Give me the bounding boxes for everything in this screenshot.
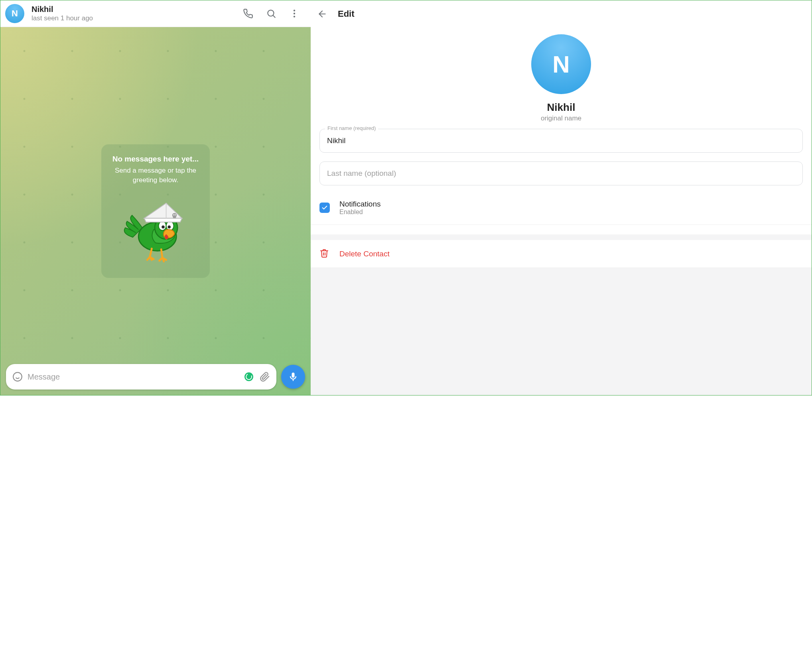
edit-contact-pane: Edit N Nikhil original name First name (…: [311, 0, 812, 395]
chat-header-status: last seen 1 hour ago: [32, 14, 242, 22]
chat-pane: N Nikhil last seen 1 hour ago No message…: [0, 0, 311, 395]
edit-header: Edit: [311, 0, 812, 27]
svg-point-9: [162, 226, 165, 229]
delete-contact-button[interactable]: Delete Contact: [311, 240, 812, 268]
svg-point-0: [268, 10, 274, 16]
placeholder-title: No messages here yet...: [109, 155, 202, 163]
last-name-input[interactable]: [319, 161, 803, 185]
notifications-checkbox[interactable]: [319, 203, 330, 213]
chat-header-titles[interactable]: Nikhil last seen 1 hour ago: [32, 5, 242, 22]
grammarly-icon[interactable]: [244, 372, 253, 381]
svg-point-3: [294, 13, 295, 14]
first-name-input[interactable]: [319, 129, 803, 153]
emoji-icon[interactable]: [12, 371, 24, 383]
last-name-field-wrap: [319, 161, 803, 185]
svg-point-10: [168, 226, 171, 229]
svg-rect-18: [293, 380, 294, 381]
search-icon[interactable]: [265, 8, 277, 20]
svg-line-1: [273, 16, 275, 18]
edit-display-name: Nikhil: [311, 101, 812, 114]
first-name-label: First name (required): [325, 125, 378, 131]
svg-rect-12: [173, 217, 176, 218]
edit-fields: First name (required): [311, 122, 812, 196]
notifications-state: Enabled: [339, 209, 381, 216]
notifications-row[interactable]: Notifications Enabled: [311, 196, 812, 225]
chat-header-actions: [242, 8, 306, 20]
empty-chat-placeholder: No messages here yet... Send a message o…: [101, 144, 210, 278]
greeting-sticker[interactable]: [109, 192, 202, 268]
call-icon[interactable]: [242, 8, 254, 20]
svg-point-15: [13, 372, 22, 381]
notifications-title: Notifications: [339, 200, 381, 209]
trash-icon: [319, 248, 329, 260]
chat-body: No messages here yet... Send a message o…: [0, 27, 311, 395]
chat-header-name: Nikhil: [32, 5, 242, 14]
first-name-field-wrap: First name (required): [319, 129, 803, 153]
message-input-bar: [6, 364, 305, 390]
chat-header-avatar[interactable]: N: [5, 4, 24, 23]
message-field[interactable]: [6, 364, 276, 390]
chat-header: N Nikhil last seen 1 hour ago: [0, 0, 311, 27]
edit-profile-section: N Nikhil original name First name (requi…: [311, 27, 812, 234]
svg-point-4: [294, 16, 295, 17]
svg-point-13: [173, 214, 174, 216]
placeholder-subtitle: Send a message or tap the greeting below…: [109, 166, 202, 185]
edit-title: Edit: [338, 9, 355, 19]
voice-record-button[interactable]: [281, 365, 305, 389]
svg-point-2: [294, 10, 295, 11]
more-icon[interactable]: [288, 8, 300, 20]
notifications-texts: Notifications Enabled: [339, 200, 381, 216]
svg-point-14: [175, 214, 176, 216]
delete-contact-label: Delete Contact: [339, 250, 390, 258]
attach-icon[interactable]: [259, 371, 271, 383]
edit-avatar[interactable]: N: [531, 34, 591, 94]
edit-subtitle: original name: [311, 114, 812, 122]
back-icon[interactable]: [316, 8, 328, 20]
message-input[interactable]: [28, 372, 240, 382]
